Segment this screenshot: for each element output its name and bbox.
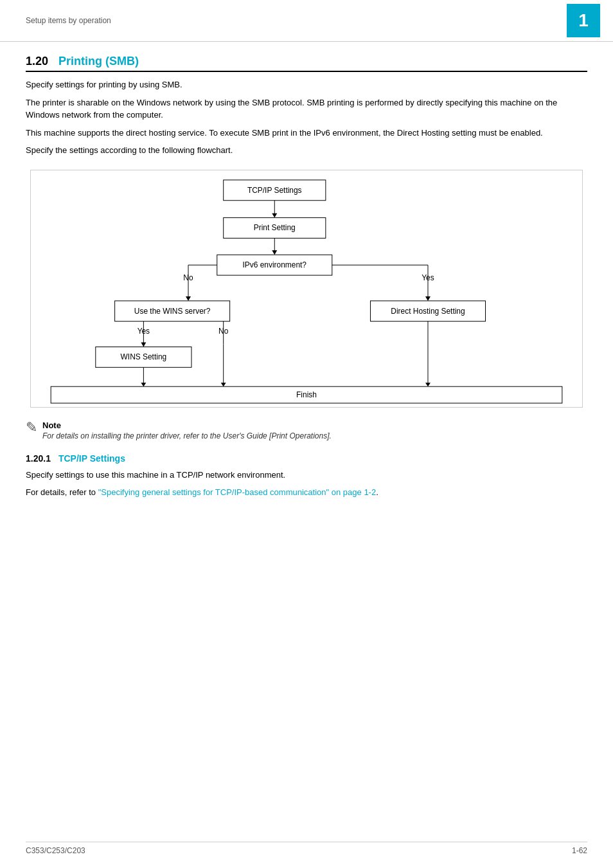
section-title: Printing (SMB): [58, 55, 139, 68]
chapter-badge: 1: [567, 4, 600, 37]
header-label: Setup items by operation: [26, 16, 111, 25]
subsection-paragraph-1: Specify settings to use this machine in …: [26, 469, 587, 482]
svg-marker-34: [425, 383, 431, 386]
svg-text:TCP/IP Settings: TCP/IP Settings: [247, 185, 302, 194]
svg-text:Direct Hosting Setting: Direct Hosting Setting: [391, 306, 465, 315]
paragraph-4: Specify the settings according to the fo…: [26, 144, 587, 157]
flowchart: TCP/IP Settings Print Setting IPv6 envir…: [30, 170, 583, 408]
svg-text:Use the WINS server?: Use the WINS server?: [134, 306, 211, 315]
note-title: Note: [42, 420, 332, 430]
page-number: 1-62: [572, 846, 587, 855]
link-prefix: For details, refer to: [26, 487, 98, 497]
note-text: For details on installing the printer dr…: [42, 431, 332, 440]
subsection-paragraph-2: For details, refer to "Specifying genera…: [26, 486, 587, 499]
section-heading: 1.20 Printing (SMB): [26, 55, 587, 72]
svg-marker-17: [425, 296, 431, 300]
svg-text:Print Setting: Print Setting: [254, 223, 296, 232]
paragraph-1: Specify settings for printing by using S…: [26, 78, 587, 91]
svg-marker-13: [186, 296, 191, 300]
svg-marker-3: [272, 213, 277, 217]
section-number: 1.20: [26, 55, 48, 68]
main-content: 1.20 Printing (SMB) Specify settings for…: [0, 42, 613, 517]
tcp-ip-link[interactable]: "Specifying general settings for TCP/IP-…: [98, 487, 376, 497]
paragraph-2: The printer is sharable on the Windows n…: [26, 96, 587, 122]
svg-marker-32: [221, 383, 226, 386]
note-section: ✎ Note For details on installing the pri…: [26, 420, 587, 440]
svg-text:IPv6 environment?: IPv6 environment?: [243, 260, 307, 269]
svg-marker-30: [141, 383, 146, 386]
subsection-number: 1.20.1: [26, 453, 51, 464]
note-content: Note For details on installing the print…: [42, 420, 332, 440]
flowchart-svg: TCP/IP Settings Print Setting IPv6 envir…: [31, 170, 582, 407]
page-header: Setup items by operation 1: [0, 0, 613, 42]
subsection-heading: 1.20.1 TCP/IP Settings: [26, 453, 587, 464]
paragraph-3: This machine supports the direct hosting…: [26, 127, 587, 140]
svg-marker-7: [272, 250, 277, 255]
model-number: C353/C253/C203: [26, 846, 85, 855]
svg-marker-25: [141, 342, 146, 347]
subsection-title: TCP/IP Settings: [58, 453, 125, 464]
note-icon: ✎: [26, 420, 37, 435]
page-footer: C353/C253/C203 1-62: [26, 842, 587, 855]
svg-text:Finish: Finish: [296, 390, 317, 399]
svg-text:WINS Setting: WINS Setting: [121, 352, 167, 361]
